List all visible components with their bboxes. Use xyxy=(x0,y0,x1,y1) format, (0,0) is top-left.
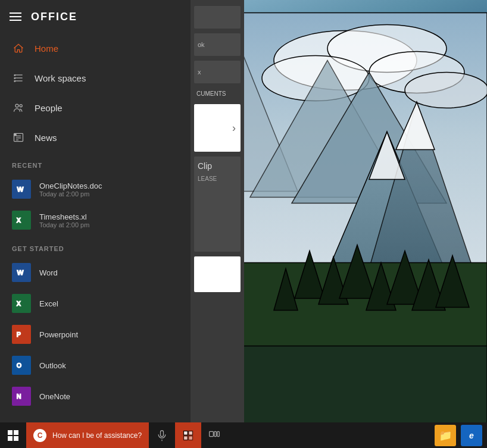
taskbar-tray: 📁 e xyxy=(430,425,487,446)
app-item-powerpoint[interactable]: P Powerpoint xyxy=(0,319,191,350)
svg-rect-27 xyxy=(14,77,16,79)
app-item-onenote[interactable]: N OneNote xyxy=(0,381,191,412)
microphone-button[interactable] xyxy=(149,422,175,448)
nav-item-workspaces[interactable]: Work spaces xyxy=(0,63,191,93)
svg-rect-45 xyxy=(184,431,188,435)
outlook-app-icon: O xyxy=(12,356,31,375)
start-square-3 xyxy=(8,436,13,441)
word-icon-recent-1: W xyxy=(12,180,31,199)
powerpoint-app-icon: P xyxy=(12,325,31,344)
cortana-placeholder: How can I be of assistance? xyxy=(52,431,142,440)
svg-point-30 xyxy=(20,105,22,107)
outlook-label: Outlook xyxy=(39,361,66,370)
nav-news-label: News xyxy=(35,133,57,143)
content-text-2: x xyxy=(198,68,201,76)
recent-item-timesheets[interactable]: X Timesheets.xl Today at 2:00 pm xyxy=(0,205,191,236)
edge-tray-icon[interactable]: e xyxy=(461,425,482,446)
content-lease-text: LEASE xyxy=(194,176,241,182)
hamburger-button[interactable] xyxy=(10,12,21,21)
excel-icon-recent-2: X xyxy=(12,211,31,230)
excel-app-icon: X xyxy=(12,294,31,313)
svg-rect-43 xyxy=(161,430,164,436)
svg-rect-48 xyxy=(189,436,193,440)
hamburger-line-2 xyxy=(10,16,21,17)
start-square-1 xyxy=(8,430,13,435)
svg-point-29 xyxy=(15,104,18,107)
nav-item-news[interactable]: News xyxy=(0,123,191,152)
content-block-tall: Clip LEASE xyxy=(194,156,241,252)
content-text-3: CUMENTS xyxy=(194,88,241,99)
news-icon xyxy=(12,131,25,144)
content-block-white[interactable]: › xyxy=(194,104,241,152)
hamburger-line-1 xyxy=(10,12,21,14)
app-item-excel[interactable]: X Excel xyxy=(0,288,191,319)
content-clip-text: Clip xyxy=(194,156,241,176)
recent-item-oneclipnotes[interactable]: W OneClipNotes.doc Today at 2:00 pm xyxy=(0,174,191,205)
svg-text:P: P xyxy=(17,331,21,338)
word-app-icon: W xyxy=(12,263,31,282)
start-square-2 xyxy=(14,430,18,435)
nav-home-label: Home xyxy=(35,43,58,54)
word-label: Word xyxy=(39,268,58,277)
people-icon xyxy=(12,101,25,114)
recent-name-2: Timesheets.xl xyxy=(39,212,89,221)
svg-text:W: W xyxy=(17,268,24,276)
nav-item-home[interactable]: Home xyxy=(0,33,191,63)
recent-label: RECENT xyxy=(0,152,191,174)
svg-rect-47 xyxy=(184,436,188,440)
svg-rect-51 xyxy=(217,431,219,436)
app-item-outlook[interactable]: O Outlook xyxy=(0,350,191,381)
svg-rect-49 xyxy=(210,431,214,436)
svg-rect-50 xyxy=(214,431,216,436)
panel-header: OFFICE xyxy=(0,0,191,33)
svg-text:O: O xyxy=(17,362,21,369)
content-block-bottom xyxy=(194,256,241,292)
nav-people-label: People xyxy=(35,103,63,113)
workspaces-icon xyxy=(12,71,25,84)
svg-rect-28 xyxy=(14,80,16,82)
windows-icon xyxy=(8,430,18,441)
app-item-word[interactable]: W Word xyxy=(0,257,191,288)
home-icon xyxy=(12,42,25,55)
onenote-app-icon: N xyxy=(12,387,31,406)
svg-rect-35 xyxy=(14,133,17,136)
chevron-right-icon: › xyxy=(232,122,236,134)
recent-info-1: OneClipNotes.doc Today at 2:00 pm xyxy=(39,181,102,198)
start-button[interactable] xyxy=(0,422,26,448)
svg-text:N: N xyxy=(17,393,21,400)
cortana-search[interactable]: C How can I be of assistance? xyxy=(26,422,149,448)
recent-name-1: OneClipNotes.doc xyxy=(39,181,102,190)
task-view-button[interactable] xyxy=(201,422,227,448)
start-square-4 xyxy=(14,436,18,441)
svg-rect-26 xyxy=(14,74,16,76)
recent-info-2: Timesheets.xl Today at 2:00 pm xyxy=(39,212,89,228)
nav-item-people[interactable]: People xyxy=(0,93,191,123)
powerpoint-label: Powerpoint xyxy=(39,330,78,339)
office-panel: OFFICE Home Work spaces xyxy=(0,0,191,422)
folder-tray-icon[interactable]: 📁 xyxy=(435,425,456,446)
content-panel: ok x CUMENTS › Clip LEASE xyxy=(191,0,244,422)
nav-workspaces-label: Work spaces xyxy=(35,73,86,83)
get-started-label: GET STARTED xyxy=(0,236,191,257)
app-title: OFFICE xyxy=(31,11,77,23)
recent-time-1: Today at 2:00 pm xyxy=(39,190,102,198)
taskbar: C How can I be of assistance? 📁 e xyxy=(0,422,487,448)
content-text-1: ok xyxy=(198,41,205,48)
svg-text:W: W xyxy=(17,185,24,193)
cortana-icon: C xyxy=(33,429,46,442)
content-block-1 xyxy=(194,6,241,29)
onenote-label: OneNote xyxy=(39,392,70,401)
svg-text:X: X xyxy=(17,217,21,224)
recent-time-2: Today at 2:00 pm xyxy=(39,221,89,228)
hamburger-line-3 xyxy=(10,20,21,21)
office-taskbar-button[interactable] xyxy=(175,422,201,448)
svg-rect-46 xyxy=(189,431,193,435)
excel-label: Excel xyxy=(39,299,58,308)
svg-text:X: X xyxy=(17,300,21,307)
